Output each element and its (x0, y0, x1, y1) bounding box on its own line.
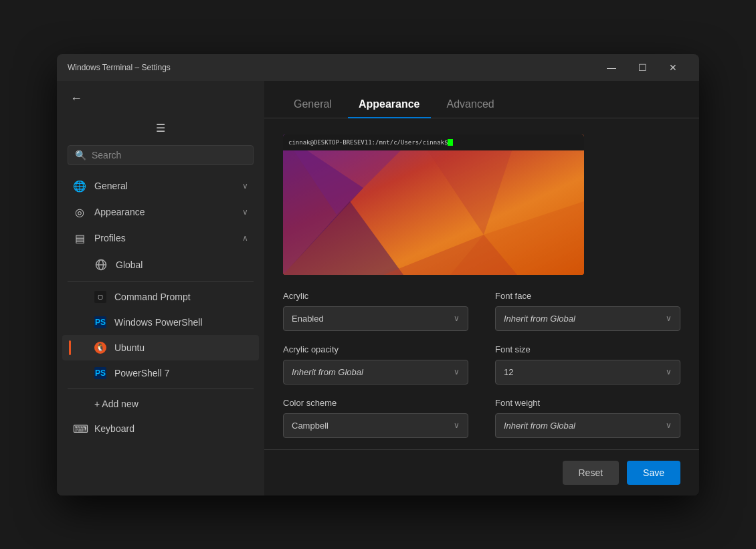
sidebar-item-appearance[interactable]: ◎ Appearance ∨ (62, 199, 259, 225)
color-scheme-select[interactable]: Campbell ∨ (283, 413, 468, 438)
font-weight-label: Font weight (495, 398, 680, 408)
font-size-chevron-icon: ∨ (666, 367, 672, 376)
acrylic-opacity-select[interactable]: Inherit from Global ∨ (283, 360, 468, 385)
sidebar-item-general[interactable]: 🌐 General ∨ (62, 173, 259, 199)
sidebar-general-label: General (94, 181, 234, 191)
powershell-icon: PS (94, 316, 106, 328)
font-face-chevron-icon: ∨ (666, 314, 672, 323)
acrylic-select[interactable]: Enabled ∨ (283, 306, 468, 331)
sidebar: ← ☰ 🔍 🌐 General ∨ ◎ Appearance ∨ ▤ (57, 81, 264, 496)
close-button[interactable]: ✕ (658, 54, 688, 81)
titlebar: Windows Terminal – Settings — ☐ ✕ (57, 54, 699, 81)
acrylic-opacity-value: Inherit from Global (292, 367, 363, 377)
add-new-button[interactable]: + Add new (62, 392, 259, 416)
preview-terminal-text: cinnak@DESKTOP-BRESEV11:/mnt/c/Users/cin… (288, 139, 453, 146)
sidebar-item-keyboard[interactable]: ⌨ Keyboard (62, 416, 259, 442)
font-face-label: Font face (495, 291, 680, 301)
font-weight-select[interactable]: Inherit from Global ∨ (495, 413, 680, 438)
tab-bar: General Appearance Advanced (264, 81, 699, 118)
reset-button[interactable]: Reset (563, 461, 620, 485)
search-box[interactable]: 🔍 (68, 145, 254, 165)
profiles-chevron-icon: ∧ (242, 233, 248, 243)
font-size-select[interactable]: 12 ∨ (495, 360, 680, 385)
add-new-label: + Add new (94, 399, 138, 409)
field-color-scheme: Color scheme Campbell ∨ (283, 398, 468, 438)
general-icon: 🌐 (73, 180, 86, 193)
back-button[interactable]: ← (68, 89, 85, 108)
color-scheme-value: Campbell (292, 421, 328, 431)
general-chevron-icon: ∨ (242, 181, 248, 191)
appearance-chevron-icon: ∨ (242, 207, 248, 217)
color-scheme-chevron-icon: ∨ (454, 421, 460, 430)
field-acrylic: Acrylic Enabled ∨ (283, 291, 468, 331)
field-font-size: Font size 12 ∨ (495, 344, 680, 385)
window-title: Windows Terminal – Settings (68, 63, 596, 72)
search-icon: 🔍 (75, 150, 86, 160)
cmd-icon: ▢ (94, 291, 106, 303)
acrylic-opacity-chevron-icon: ∨ (454, 367, 460, 376)
acrylic-chevron-icon: ∨ (454, 314, 460, 323)
sidebar-item-profiles[interactable]: ▤ Profiles ∧ (62, 225, 259, 251)
acrylic-label: Acrylic (283, 291, 468, 301)
ubuntu-icon: 🐧 (94, 342, 106, 354)
save-button[interactable]: Save (627, 461, 680, 485)
main-content-area: cinnak@DESKTOP-BRESEV11:/mnt/c/Users/cin… (264, 118, 699, 449)
field-font-face: Font face Inherit from Global ∨ (495, 291, 680, 331)
app-content: ← ☰ 🔍 🌐 General ∨ ◎ Appearance ∨ ▤ (57, 81, 699, 496)
minimize-button[interactable]: — (596, 54, 627, 81)
sidebar-item-ps7[interactable]: PS PowerShell 7 (62, 360, 259, 386)
sidebar-appearance-label: Appearance (94, 207, 234, 217)
divider-after-global (68, 281, 254, 282)
field-acrylic-opacity: Acrylic opacity Inherit from Global ∨ (283, 344, 468, 385)
tab-general[interactable]: General (283, 92, 343, 118)
appearance-icon: ◎ (73, 206, 86, 219)
footer: Reset Save (264, 449, 699, 496)
keyboard-icon: ⌨ (73, 423, 86, 435)
maximize-button[interactable]: ☐ (627, 54, 658, 81)
cmd-label: Command Prompt (114, 292, 191, 302)
field-font-weight: Font weight Inherit from Global ∨ (495, 398, 680, 438)
search-input[interactable] (92, 150, 246, 160)
ubuntu-active-indicator (69, 340, 71, 355)
font-face-select[interactable]: Inherit from Global ∨ (495, 306, 680, 331)
sidebar-item-global[interactable]: Global (62, 251, 259, 278)
preview-wallpaper-svg (283, 134, 584, 275)
sidebar-profiles-label: Profiles (94, 233, 234, 243)
acrylic-value: Enabled (292, 314, 324, 324)
font-size-value: 12 (504, 367, 513, 377)
sidebar-item-powershell[interactable]: PS Windows PowerShell (62, 310, 259, 335)
app-window: Windows Terminal – Settings — ☐ ✕ ← ☰ 🔍 … (57, 54, 699, 496)
font-weight-chevron-icon: ∨ (666, 421, 672, 430)
keyboard-label: Keyboard (94, 423, 248, 434)
window-controls: — ☐ ✕ (596, 54, 688, 81)
hamburger-button[interactable]: ☰ (68, 119, 254, 137)
sidebar-item-cmd[interactable]: ▢ Command Prompt (62, 284, 259, 310)
color-scheme-label: Color scheme (283, 398, 468, 408)
font-size-label: Font size (495, 344, 680, 354)
settings-form: Acrylic Enabled ∨ Font face Inherit from… (283, 291, 680, 438)
font-weight-value: Inherit from Global (504, 421, 575, 431)
ubuntu-label: Ubuntu (114, 342, 145, 353)
sidebar-item-ubuntu[interactable]: 🐧 Ubuntu (62, 335, 259, 360)
preview-background (283, 134, 584, 275)
tab-appearance[interactable]: Appearance (348, 92, 431, 118)
font-face-value: Inherit from Global (504, 314, 575, 324)
ps7-label: PowerShell 7 (114, 368, 170, 378)
profiles-icon: ▤ (73, 232, 86, 245)
main-panel: General Appearance Advanced (264, 81, 699, 496)
global-icon (94, 258, 108, 271)
powershell-label: Windows PowerShell (114, 317, 203, 328)
ps7-icon: PS (94, 367, 106, 379)
terminal-preview: cinnak@DESKTOP-BRESEV11:/mnt/c/Users/cin… (283, 134, 584, 275)
acrylic-opacity-label: Acrylic opacity (283, 344, 468, 354)
divider-before-addnew (68, 389, 254, 389)
sidebar-header: ← (57, 81, 264, 116)
tab-advanced[interactable]: Advanced (436, 92, 505, 118)
preview-terminal-bar: cinnak@DESKTOP-BRESEV11:/mnt/c/Users/cin… (283, 134, 584, 150)
global-label: Global (116, 259, 143, 270)
